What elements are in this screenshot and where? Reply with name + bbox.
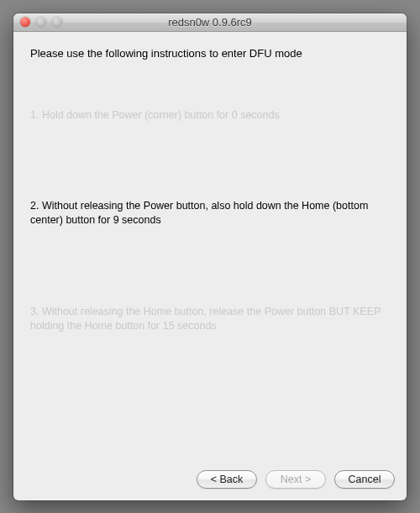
button-row: < Back Next > Cancel [13,463,407,500]
spacer [30,333,390,455]
titlebar[interactable]: redsn0w 0.9.6rc9 [13,13,407,32]
instruction-heading: Please use the following instructions to… [30,47,390,60]
step-3: 3. Without releasing the Home button, re… [30,305,390,333]
back-button[interactable]: < Back [197,470,257,489]
minimize-icon[interactable] [36,17,46,27]
close-icon[interactable] [20,17,30,27]
window-title: redsn0w 0.9.6rc9 [13,16,407,29]
step-2: 2. Without releasing the Power button, a… [30,199,390,228]
cancel-button[interactable]: Cancel [334,470,395,489]
content-area: Please use the following instructions to… [13,32,407,463]
zoom-icon[interactable] [52,17,62,27]
step-1: 1. Hold down the Power (corner) button f… [30,108,390,123]
traffic-lights [13,17,62,27]
app-window: redsn0w 0.9.6rc9 Please use the followin… [13,13,407,500]
next-button: Next > [265,470,326,489]
